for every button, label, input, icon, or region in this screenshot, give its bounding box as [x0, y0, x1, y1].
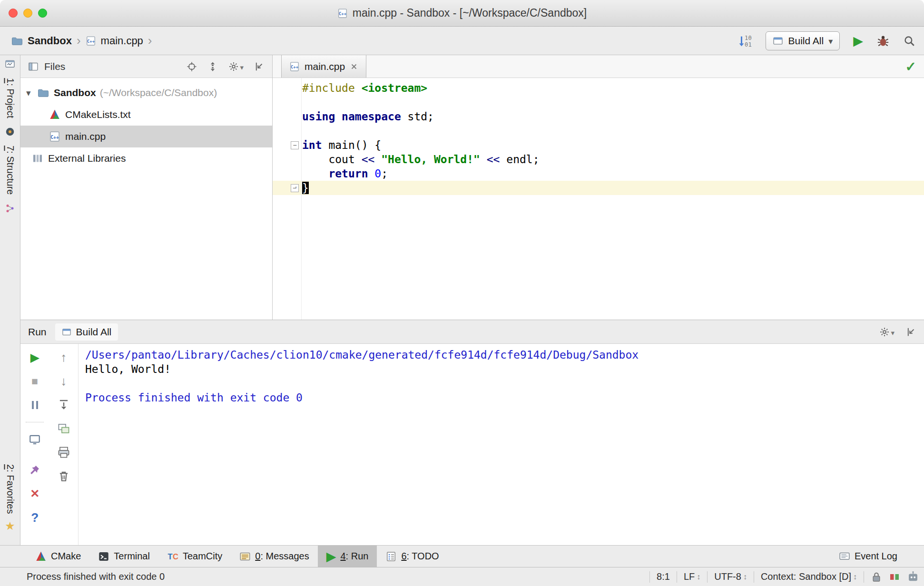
- run-configuration-select[interactable]: Build All: [766, 31, 840, 50]
- pause-button[interactable]: [28, 398, 41, 411]
- code-line[interactable]: #include <iostream>: [273, 81, 924, 95]
- scroll-from-source-icon[interactable]: [207, 61, 218, 72]
- cmake-icon: [35, 551, 47, 562]
- stripe-button-project[interactable]: 1: Project: [5, 78, 16, 118]
- files-panel-icon: [28, 61, 39, 72]
- tree-item-label: main.cpp: [65, 131, 106, 142]
- breadcrumb-file[interactable]: main.cpp: [101, 35, 143, 47]
- project-tool-icon[interactable]: [5, 59, 15, 69]
- hide-panel-icon[interactable]: [254, 61, 265, 72]
- help-button[interactable]: [28, 511, 41, 524]
- tool-window-bar: CMake Terminal TeamCity 0: Messages 4: R…: [0, 545, 924, 567]
- ide-window: main.cpp - Sandbox - [~/Workspace/C/Sand…: [0, 0, 924, 586]
- tree-item-maincpp[interactable]: main.cpp: [20, 126, 272, 147]
- code-line[interactable]: −int main() {: [273, 138, 924, 152]
- close-window-button[interactable]: [9, 9, 18, 18]
- toolbar-item-run[interactable]: 4: Run: [318, 546, 377, 567]
- inspections-level-icon[interactable]: [889, 571, 900, 583]
- pin-tab-button[interactable]: [28, 463, 41, 477]
- code-line[interactable]: [273, 95, 924, 109]
- toolbar-item-todo[interactable]: 6: TODO: [377, 546, 447, 567]
- toolbar-item-teamcity[interactable]: TeamCity: [158, 546, 231, 567]
- compile-order-icon[interactable]: [738, 34, 752, 48]
- toolbar-item-messages[interactable]: 0: Messages: [231, 546, 317, 567]
- stripe-button-favorites[interactable]: 2: Favorites: [5, 464, 16, 514]
- fold-marker-icon[interactable]: ⌐: [291, 184, 299, 192]
- code-line[interactable]: cout << "Hello, World!" << endl;: [273, 152, 924, 166]
- console-line: /Users/pantao/Library/Caches/clion10/cma…: [85, 348, 924, 362]
- folder-icon: [38, 87, 49, 98]
- code-line[interactable]: return 0;: [273, 166, 924, 181]
- project-tree: Sandbox (~/Workspace/C/Sandbox) CMakeLis…: [20, 78, 272, 169]
- disclosure-arrow-icon[interactable]: [26, 87, 36, 98]
- code-line[interactable]: [273, 124, 924, 138]
- run-tab-build-all[interactable]: Build All: [55, 323, 118, 341]
- left-tool-stripe: 1: Project 7: Structure 2: Favorites: [0, 55, 20, 545]
- scroll-to-end-button[interactable]: [57, 398, 70, 411]
- structure-tool-icon[interactable]: [5, 127, 15, 137]
- caret-position[interactable]: 8:1: [657, 571, 670, 582]
- code-line[interactable]: using namespace std;: [273, 109, 924, 124]
- library-icon: [32, 153, 43, 164]
- window-title: main.cpp - Sandbox - [~/Workspace/C/Sand…: [353, 7, 587, 20]
- clear-console-button[interactable]: [57, 469, 70, 483]
- encoding-select[interactable]: UTF-8: [714, 571, 747, 582]
- close-tool-window-button[interactable]: [28, 487, 41, 500]
- inspections-ok-icon[interactable]: [905, 59, 916, 75]
- tree-item-path: (~/Workspace/C/Sandbox): [100, 87, 217, 98]
- hector-inspector-icon[interactable]: [907, 571, 919, 583]
- build-config-icon: [62, 327, 71, 337]
- rerun-button[interactable]: [28, 351, 41, 364]
- search-everywhere-button[interactable]: [903, 35, 915, 47]
- prev-message-button[interactable]: [57, 351, 70, 364]
- build-config-icon: [773, 36, 783, 46]
- event-log-button[interactable]: Event Log: [855, 551, 897, 562]
- next-message-button[interactable]: [57, 374, 70, 388]
- panel-settings-button[interactable]: [228, 61, 244, 72]
- messages-icon: [239, 551, 251, 562]
- editor-tab-maincpp[interactable]: main.cpp: [281, 55, 366, 78]
- toolbar-item-cmake[interactable]: CMake: [27, 546, 89, 567]
- line-separator-select[interactable]: LF: [684, 571, 700, 582]
- cpp-file-icon: [86, 36, 96, 46]
- toolbar-item-terminal[interactable]: Terminal: [89, 546, 158, 567]
- close-tab-icon[interactable]: [350, 62, 358, 71]
- debug-button[interactable]: [876, 34, 890, 48]
- restore-layout-button[interactable]: [57, 422, 70, 435]
- stripe-button-structure[interactable]: 7: Structure: [5, 146, 16, 195]
- status-message: Process finished with exit code 0: [27, 571, 165, 582]
- code-editor[interactable]: #include <iostream>using namespace std;−…: [273, 78, 924, 320]
- context-select[interactable]: Context: Sandbox [D]: [761, 571, 857, 582]
- run-configuration-label: Build All: [788, 35, 824, 47]
- tree-item-label: Sandbox: [54, 87, 96, 98]
- chevron-right-icon: [77, 33, 81, 48]
- breadcrumb-project[interactable]: Sandbox: [28, 35, 72, 47]
- code-line[interactable]: ⌐}: [273, 181, 924, 195]
- zoom-window-button[interactable]: [38, 9, 47, 18]
- chevron-down-icon: [891, 326, 895, 338]
- run-button[interactable]: [853, 33, 863, 49]
- locate-file-icon[interactable]: [187, 61, 197, 72]
- stop-button[interactable]: [28, 374, 41, 388]
- print-button[interactable]: [57, 446, 70, 459]
- tree-item-external-libraries[interactable]: External Libraries: [20, 147, 272, 169]
- minimize-window-button[interactable]: [23, 9, 32, 18]
- run-panel-header: Run Build All: [20, 320, 924, 344]
- run-console[interactable]: /Users/pantao/Library/Caches/clion10/cma…: [79, 344, 924, 545]
- hide-tool-window-icon[interactable]: [906, 327, 916, 337]
- favorites-star-icon[interactable]: [5, 519, 15, 533]
- traffic-lights: [9, 0, 47, 26]
- editor-gutter: [273, 166, 301, 181]
- tree-item-cmakelists[interactable]: CMakeLists.txt: [20, 104, 272, 126]
- hierarchy-tool-icon[interactable]: [5, 204, 15, 213]
- fold-marker-icon[interactable]: −: [291, 141, 299, 149]
- folder-icon: [11, 35, 23, 47]
- run-tab-label: Build All: [76, 326, 112, 338]
- show-console-button[interactable]: [28, 433, 41, 446]
- tree-item-root[interactable]: Sandbox (~/Workspace/C/Sandbox): [20, 82, 272, 104]
- editor-tab-bar: main.cpp: [273, 55, 924, 78]
- title-bar: main.cpp - Sandbox - [~/Workspace/C/Sand…: [0, 0, 924, 27]
- run-settings-button[interactable]: [879, 326, 895, 338]
- lock-icon[interactable]: [871, 571, 882, 583]
- main-toolbar: Sandbox main.cpp Build All: [0, 27, 924, 55]
